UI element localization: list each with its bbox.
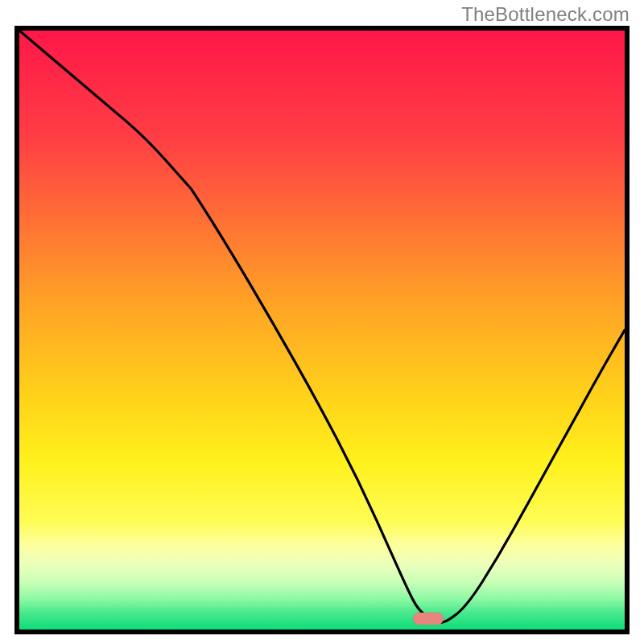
plot-frame [14, 26, 630, 634]
chart-stage: TheBottleneck.com [0, 0, 644, 644]
optimum-marker [413, 613, 444, 625]
watermark: TheBottleneck.com [461, 3, 630, 26]
bottleneck-curve [19, 31, 625, 630]
